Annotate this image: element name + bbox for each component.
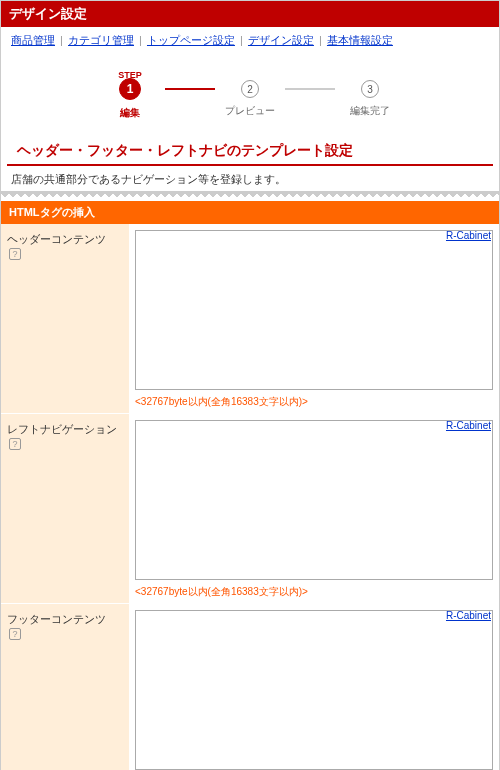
step-circle: 3 <box>361 80 379 98</box>
cabinet-link-wrap: R-Cabinet <box>446 610 491 621</box>
row-body: R-Cabinet <32767byte以内(全角16383文字以内)> <box>129 604 499 770</box>
step-line <box>165 88 215 90</box>
row-header-contents: ヘッダーコンテンツ ? R-Cabinet <32767byte以内(全角163… <box>1 224 499 413</box>
row-leftnav: レフトナビゲーション ? R-Cabinet <32767byte以内(全角16… <box>1 413 499 603</box>
leftnav-textarea[interactable] <box>135 420 493 580</box>
row-footer-contents: フッターコンテンツ ? R-Cabinet <32767byte以内(全角163… <box>1 603 499 770</box>
section-desc: 店舗の共通部分であるナビゲーション等を登録します。 <box>1 166 499 191</box>
breadcrumb-sep: | <box>316 34 325 46</box>
step-name: プレビュー <box>225 104 275 118</box>
step-line <box>285 88 335 90</box>
breadcrumb-sep: | <box>57 34 66 46</box>
cabinet-link-wrap: R-Cabinet <box>446 230 491 241</box>
step-preview: 2 プレビュー <box>215 72 285 118</box>
breadcrumb-sep: | <box>237 34 246 46</box>
zigzag-divider <box>1 191 499 199</box>
row-body: R-Cabinet <32767byte以内(全角16383文字以内)> <box>129 224 499 413</box>
step-name: 編集 <box>120 106 140 120</box>
breadcrumb-item[interactable]: トップページ設定 <box>147 34 235 46</box>
step-done: 3 編集完了 <box>335 72 405 118</box>
step-edit: STEP 1 編集 <box>95 70 165 120</box>
section-heading: ヘッダー・フッター・レフトナビのテンプレート設定 <box>7 132 493 166</box>
row-label: レフトナビゲーション ? <box>1 414 129 603</box>
row-label: ヘッダーコンテンツ ? <box>1 224 129 413</box>
r-cabinet-link[interactable]: R-Cabinet <box>446 230 491 241</box>
breadcrumbs: 商品管理 | カテゴリ管理 | トップページ設定 | デザイン設定 | 基本情報… <box>1 27 499 54</box>
row-label: フッターコンテンツ ? <box>1 604 129 770</box>
r-cabinet-link[interactable]: R-Cabinet <box>446 610 491 621</box>
help-icon[interactable]: ? <box>9 628 21 640</box>
step-circle: 2 <box>241 80 259 98</box>
step-circle: 1 <box>119 78 141 100</box>
breadcrumb-sep: | <box>136 34 145 46</box>
help-icon[interactable]: ? <box>9 438 21 450</box>
breadcrumb-item[interactable]: 基本情報設定 <box>327 34 393 46</box>
cabinet-link-wrap: R-Cabinet <box>446 420 491 431</box>
breadcrumb-item[interactable]: 商品管理 <box>11 34 55 46</box>
footer-contents-textarea[interactable] <box>135 610 493 770</box>
stepper: STEP 1 編集 2 プレビュー 3 編集完了 <box>1 54 499 126</box>
page-title-bar: デザイン設定 <box>1 1 499 27</box>
orange-header: HTMLタグの挿入 <box>1 201 499 224</box>
page: デザイン設定 商品管理 | カテゴリ管理 | トップページ設定 | デザイン設定… <box>0 0 500 770</box>
breadcrumb-item[interactable]: デザイン設定 <box>248 34 314 46</box>
help-icon[interactable]: ? <box>9 248 21 260</box>
form-area: ヘッダーコンテンツ ? R-Cabinet <32767byte以内(全角163… <box>1 224 499 770</box>
page-title: デザイン設定 <box>9 6 87 21</box>
byte-note: <32767byte以内(全角16383文字以内)> <box>135 395 493 409</box>
step-name: 編集完了 <box>350 104 390 118</box>
r-cabinet-link[interactable]: R-Cabinet <box>446 420 491 431</box>
row-label-text: ヘッダーコンテンツ <box>7 233 106 245</box>
breadcrumb-item[interactable]: カテゴリ管理 <box>68 34 134 46</box>
header-contents-textarea[interactable] <box>135 230 493 390</box>
row-label-text: フッターコンテンツ <box>7 613 106 625</box>
row-label-text: レフトナビゲーション <box>7 423 117 435</box>
row-body: R-Cabinet <32767byte以内(全角16383文字以内)> <box>129 414 499 603</box>
byte-note: <32767byte以内(全角16383文字以内)> <box>135 585 493 599</box>
